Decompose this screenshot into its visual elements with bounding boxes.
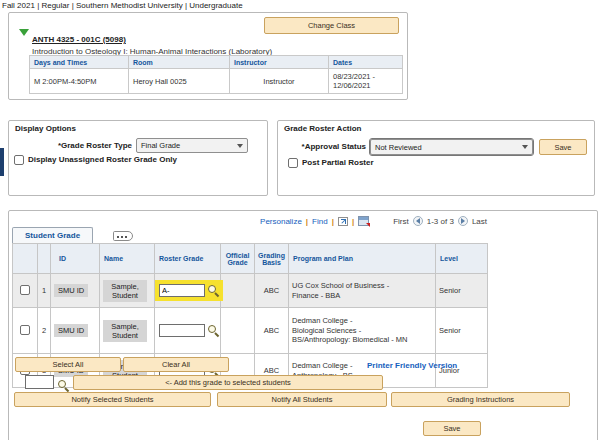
grading-instructions-button[interactable]: Grading Instructions (391, 392, 570, 407)
header-official-grade: Official Grade (221, 244, 255, 274)
table-header-row: ID Name Roster Grade Official Grade Grad… (13, 244, 488, 274)
program-plan: UG Cox School of Business - Finance - BB… (289, 274, 436, 308)
add-grade-to-selected-button[interactable]: <- Add this grade to selected students (73, 375, 383, 390)
grade-roster-action-panel: Grade Roster Action *Approval Status Not… (277, 120, 595, 196)
meeting-dates: 08/23/2021 - 12/06/2021 (329, 69, 403, 94)
grade-lookup-icon[interactable] (208, 285, 219, 296)
meeting-header-instructor: Instructor (230, 56, 329, 69)
meeting-header-dates: Dates (329, 56, 403, 69)
save-button[interactable]: Save (423, 421, 481, 436)
display-options-panel: Display Options *Grade Roster Type Final… (8, 120, 268, 196)
grade-roster-type-select[interactable]: Final Grade (136, 138, 248, 153)
left-edge-artifact (0, 148, 4, 176)
class-meeting-table: Days and Times Room Instructor Dates M 2… (29, 55, 403, 94)
previous-page-icon[interactable] (413, 216, 423, 226)
meeting-room: Heroy Hall 0025 (129, 69, 230, 94)
class-number-link[interactable]: ANTH 4325 - 001C (5098) (32, 35, 126, 44)
grade-roster-type-value: Final Grade (141, 141, 180, 150)
grade-roster-action-title: Grade Roster Action (284, 124, 362, 133)
green-triangle-icon (19, 29, 29, 36)
roster-grade-highlight (155, 280, 223, 301)
header-checkbox-col (13, 244, 38, 274)
grade-roster-type-label: *Grade Roster Type (9, 141, 132, 150)
post-partial-label: Post Partial Roster (302, 158, 374, 167)
clear-all-button[interactable]: Clear All (123, 357, 229, 372)
student-name-chip: Sample, Student (103, 280, 147, 302)
last-label[interactable]: Last (472, 217, 487, 226)
student-name-chip: Sample, Student (103, 320, 147, 342)
display-options-title: Display Options (15, 124, 76, 133)
separator: | (352, 217, 354, 226)
show-all-columns-icon[interactable] (113, 231, 133, 241)
row-checkbox[interactable] (20, 285, 30, 295)
header-roster-grade: Roster Grade (155, 244, 221, 274)
header-level: Level (436, 244, 488, 274)
grid-toolbar: Personalize | Find | | First 1-3 of 3 La… (9, 216, 487, 226)
row-number: 1 (38, 274, 51, 308)
approval-status-value: Not Reviewed (375, 143, 422, 152)
notify-all-button[interactable]: Notify All Students (217, 392, 387, 407)
level: Senior (436, 308, 488, 354)
personalize-link[interactable]: Personalize (260, 217, 302, 226)
separator: | (306, 217, 308, 226)
roster-grade-input[interactable] (159, 324, 205, 337)
display-unassigned-checkbox[interactable] (14, 155, 24, 165)
roster-grade-input[interactable] (159, 284, 205, 297)
header-rownum-col (38, 244, 51, 274)
meeting-row: M 2:00PM-4:50PM Heroy Hall 0025 Instruct… (30, 69, 403, 94)
change-class-button[interactable]: Change Class (264, 17, 399, 34)
approval-save-button[interactable]: Save (539, 139, 587, 155)
notify-selected-button[interactable]: Notify Selected Students (14, 392, 211, 407)
level: Junior (436, 354, 488, 388)
meeting-days: M 2:00PM-4:50PM (30, 69, 129, 94)
official-grade-cell (221, 274, 255, 308)
roster-grade-wrap (155, 320, 223, 341)
table-row: 2 SMU ID Sample, Student ABC Dedman Coll… (13, 308, 488, 354)
approval-status-select[interactable]: Not Reviewed (370, 139, 533, 155)
breadcrumb: Fall 2021 | Regular | Southern Methodist… (2, 1, 243, 10)
view-all-icon[interactable] (338, 217, 348, 226)
add-grade-input[interactable] (25, 375, 54, 389)
header-name: Name (100, 244, 155, 274)
level: Senior (436, 274, 488, 308)
post-partial-checkbox[interactable] (288, 158, 298, 168)
row-checkbox[interactable] (20, 325, 30, 335)
row-range: 1-3 of 3 (427, 217, 454, 226)
header-id: ID (51, 244, 100, 274)
first-label[interactable]: First (393, 217, 409, 226)
collapse-section-icon[interactable] (19, 29, 29, 36)
meeting-header-days: Days and Times (30, 56, 129, 69)
student-id-chip: SMU ID (54, 284, 88, 297)
class-info-panel: ANTH 4325 - 001C (5098) Introduction to … (8, 12, 408, 100)
printer-friendly-link[interactable]: Printer Friendly Version (367, 361, 457, 370)
grading-basis: ABC (255, 308, 289, 354)
find-link[interactable]: Find (312, 217, 328, 226)
display-unassigned-label: Display Unassigned Roster Grade Only (28, 155, 177, 164)
separator: | (332, 217, 334, 226)
download-grid-icon[interactable] (358, 216, 369, 226)
approval-status-label: *Approval Status (278, 142, 366, 151)
roster-panel: Personalize | Find | | First 1-3 of 3 La… (8, 210, 598, 440)
meeting-instructor: Instructor (230, 69, 329, 94)
meeting-header-room: Room (129, 56, 230, 69)
grade-lookup-icon[interactable] (208, 325, 219, 336)
table-row: 1 SMU ID Sample, Student ABC UG Cox Scho… (13, 274, 488, 308)
official-grade-cell (221, 308, 255, 354)
header-program-plan: Program and Plan (289, 244, 436, 274)
grading-basis: ABC (255, 274, 289, 308)
header-grading-basis: Grading Basis (255, 244, 289, 274)
tab-student-grade-label: Student Grade (25, 231, 80, 240)
next-page-icon[interactable] (458, 216, 468, 226)
program-plan: Dedman College - Biological Sciences - B… (289, 308, 436, 354)
tab-student-grade[interactable]: Student Grade (12, 227, 93, 243)
student-id-chip: SMU ID (54, 324, 88, 337)
row-number: 2 (38, 308, 51, 354)
add-grade-lookup-icon[interactable] (58, 380, 69, 391)
select-all-button[interactable]: Select All (15, 357, 121, 372)
